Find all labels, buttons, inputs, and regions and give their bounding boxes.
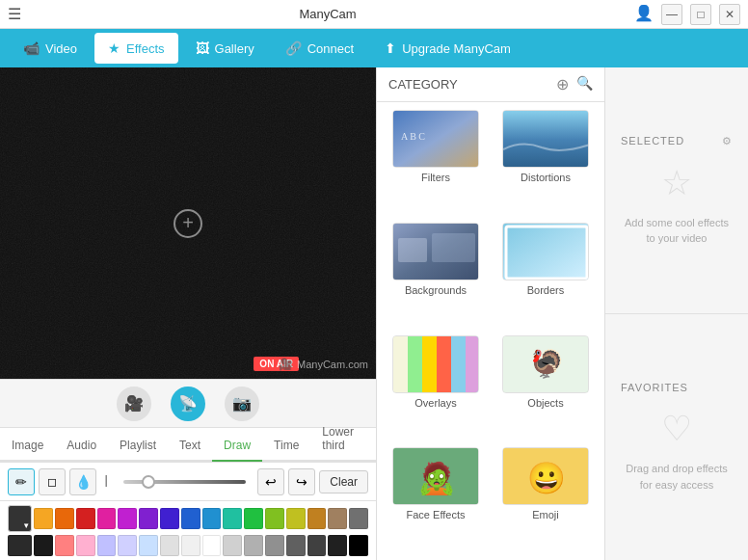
color-swatch[interactable] [34,508,53,529]
borders-label: Borders [527,284,565,296]
tab-text[interactable]: Text [168,431,212,462]
undo-button[interactable]: ↩ [257,468,284,495]
color-swatch[interactable] [286,508,306,529]
color-palette: ▼ [0,500,376,560]
redo-button[interactable]: ↪ [288,468,315,495]
eraser-icon: ◻ [47,475,57,489]
effect-filters[interactable]: A B C Filters [385,110,487,215]
clear-button[interactable]: Clear [319,470,368,493]
svg-rect-15 [466,336,479,393]
color-swatch[interactable] [76,508,95,529]
broadcast-button[interactable]: 📡 [171,387,205,421]
color-swatch[interactable] [349,535,368,556]
size-slider[interactable] [123,480,246,484]
color-swatch[interactable] [265,508,284,529]
color-swatch[interactable] [118,508,137,529]
color-swatch[interactable] [34,535,53,556]
color-swatch[interactable] [160,508,179,529]
color-swatch[interactable] [202,508,222,529]
right-panel: SELECTED ⚙ ☆ Add some cool effects to yo… [605,67,748,560]
minimize-button[interactable]: — [661,4,682,25]
watermark: 🎥 ManyCam.com [279,358,368,371]
effects-grid: A B C Filters [377,102,604,560]
eraser-tool[interactable]: ◻ [39,468,66,495]
favorites-heart-icon: ♡ [661,409,692,449]
color-swatch[interactable] [265,535,284,556]
tab-image[interactable]: Image [0,431,55,462]
color-swatch[interactable] [139,508,158,529]
color-swatch[interactable] [223,508,242,529]
color-swatch[interactable] [160,535,179,556]
effect-face1[interactable]: 🧟 Face Effects [385,447,487,552]
hamburger-icon[interactable]: ☰ [8,5,21,23]
maximize-button[interactable]: □ [690,4,711,25]
search-icon[interactable]: 🔍 [576,75,593,93]
color-swatch[interactable] [76,535,95,556]
filter-icon[interactable]: ⚙ [722,135,733,147]
tab-audio[interactable]: Audio [55,431,108,462]
color-swatch[interactable] [286,535,306,556]
color-swatch[interactable] [139,535,158,556]
color-selector[interactable]: ▼ [8,505,32,532]
nav-tab-effects[interactable]: ★ Effects [94,33,178,64]
window-controls: 👤 — □ ✕ [634,4,740,25]
snapshot-icon: 📷 [232,394,252,413]
color-swatch[interactable] [244,535,263,556]
close-button[interactable]: ✕ [719,4,740,25]
fill-icon: 💧 [75,474,92,490]
color-swatch[interactable] [223,535,242,556]
color-swatch[interactable] [118,535,137,556]
nav-tab-upgrade[interactable]: ⬆ Upgrade ManyCam [371,33,524,64]
nav-tab-connect[interactable]: 🔗 Connect [272,33,367,64]
effect-overlays[interactable]: Overlays [385,335,487,440]
color-swatch[interactable] [202,535,222,556]
broadcast-icon: 📡 [178,394,198,413]
overlays-label: Overlays [414,397,456,409]
svg-text:🦃: 🦃 [530,348,564,380]
face1-label: Face Effects [407,509,466,520]
nav-tab-video[interactable]: 📹 Video [10,33,91,64]
effect-face2[interactable]: 😀 Emoji [494,447,597,552]
nav-tab-gallery[interactable]: 🖼 Gallery [182,33,268,64]
favorites-section: FAVORITES ♡ Drag and drop effects for ea… [605,314,748,560]
effects-header-icons: ⊕ 🔍 [556,75,593,93]
distortions-thumbnail [502,110,589,168]
color-swatch[interactable] [328,508,347,529]
selected-description: Add some cool effects to your video [621,215,733,247]
svg-rect-10 [393,336,408,393]
fill-tool[interactable]: 💧 [69,468,96,495]
color-swatch[interactable] [307,535,327,556]
pencil-tool[interactable]: ✏ [8,468,35,495]
color-swatch[interactable] [181,535,200,556]
color-swatch[interactable] [55,508,74,529]
tab-playlist[interactable]: Playlist [108,431,168,462]
color-swatch[interactable] [55,535,74,556]
tab-time[interactable]: Time [262,431,310,462]
svg-rect-7 [432,233,475,262]
effect-backgrounds[interactable]: Backgrounds [385,223,487,328]
effect-objects[interactable]: 🦃 Objects [494,335,597,440]
filters-thumbnail: A B C [392,110,479,168]
camera-icon: 🎥 [124,394,144,413]
crosshair-icon: + [174,209,202,238]
color-swatch[interactable] [244,508,263,529]
color-swatch[interactable] [349,508,368,529]
svg-rect-8 [503,224,589,280]
tab-lower-third[interactable]: Lower third [310,417,365,462]
dark-swatch[interactable] [8,535,32,556]
effect-distortions[interactable]: Distortions [494,110,597,215]
user-icon[interactable]: 👤 [634,4,654,25]
color-swatch[interactable] [328,535,347,556]
color-swatch[interactable] [307,508,327,529]
camera-button[interactable]: 🎥 [117,387,151,421]
svg-text:🧟: 🧟 [417,460,456,496]
add-category-button[interactable]: ⊕ [556,75,569,93]
tab-draw[interactable]: Draw [212,431,262,462]
effect-borders[interactable]: Borders [494,223,597,328]
snapshot-button[interactable]: 📷 [225,387,259,421]
color-swatch[interactable] [97,535,117,556]
color-swatch[interactable] [97,508,117,529]
connect-icon: 🔗 [285,40,302,56]
slider-thumb [142,475,155,489]
color-swatch[interactable] [181,508,200,529]
